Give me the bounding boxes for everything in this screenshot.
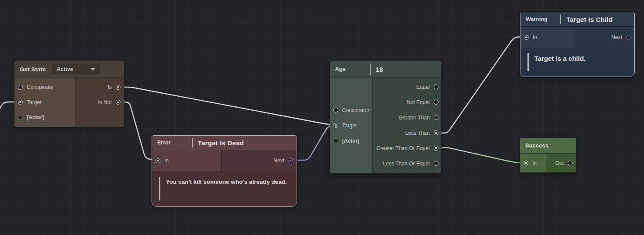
input-port-actor[interactable] <box>333 138 338 143</box>
output-port-is-not[interactable] <box>116 100 120 105</box>
port-label: Next <box>611 34 622 40</box>
port-label: Target <box>27 99 41 105</box>
in-port-cell: In <box>520 27 574 48</box>
message-text: Target is a child. <box>534 53 586 71</box>
node-error-header: Error Target Is Dead <box>152 136 297 150</box>
input-port-actor[interactable] <box>18 115 23 120</box>
in-port-cell: In <box>152 150 222 171</box>
node-error-target-is-dead[interactable]: Error Target Is Dead In Next You can't k… <box>152 135 297 207</box>
input-port-in[interactable] <box>524 161 528 165</box>
port-row: Conspirator <box>14 80 75 95</box>
wire-age-gte-to-success-in[interactable] <box>435 147 526 163</box>
node-graph-editor: Get State Active Conspirator Target [Act… <box>0 0 644 235</box>
output-port-less-than[interactable] <box>434 130 439 135</box>
port-dot <box>157 160 159 162</box>
port-dot <box>525 36 527 39</box>
port-dot <box>525 162 527 164</box>
port-row: [Actor] <box>14 110 75 125</box>
port-label: Out <box>556 160 564 166</box>
output-ports-column: Equal Not Equal Greater Than Less Than G… <box>373 77 441 173</box>
port-row: Less Than Or Equal <box>373 156 441 171</box>
header-divider <box>192 138 193 147</box>
port-label: [Actor] <box>27 114 44 120</box>
input-port-conspirator[interactable] <box>18 85 23 90</box>
node-success[interactable]: Success In Out <box>520 138 576 172</box>
port-label: Not Equal <box>407 99 430 105</box>
port-label: [Actor] <box>342 138 359 144</box>
node-title: Get State <box>20 66 46 73</box>
out-port-cell: Out <box>546 154 576 172</box>
input-port-in[interactable] <box>524 35 529 40</box>
output-port-not-equal[interactable] <box>434 100 439 105</box>
port-label: In <box>164 158 169 164</box>
node-warning-header: Warning Target Is Child <box>520 12 634 27</box>
state-dropdown-value: Active <box>57 66 73 72</box>
input-port-conspirator[interactable] <box>333 108 338 112</box>
port-row: Greater Than Or Equal <box>373 140 441 156</box>
node-get-state[interactable]: Get State Active Conspirator Target [Act… <box>14 61 124 127</box>
wire-getstate-is-to-age-target[interactable] <box>118 87 336 125</box>
message-text: You can't kill someone who's already dea… <box>166 177 287 200</box>
port-label: Greater Than Or Equal <box>376 145 430 151</box>
port-row: Is Not <box>76 95 124 110</box>
port-label: Conspirator <box>27 84 54 90</box>
port-row: Not Equal <box>373 95 441 110</box>
port-row: Target <box>330 118 372 133</box>
output-port-less-than-or-equal[interactable] <box>434 161 439 166</box>
state-dropdown[interactable]: Active <box>52 64 99 74</box>
port-dot <box>290 160 292 162</box>
port-dot <box>117 86 119 88</box>
output-port-greater-than[interactable] <box>434 115 439 120</box>
port-label: Less Than Or Equal <box>383 161 430 167</box>
input-port-target[interactable] <box>333 123 338 128</box>
node-age-comparison[interactable]: Age 18 Conspirator Target [Actor] <box>330 61 441 173</box>
node-warning-target-is-child[interactable]: Warning Target Is Child In Next Target i… <box>520 12 635 77</box>
output-port-greater-than-or-equal[interactable] <box>434 146 439 151</box>
port-label: Next <box>273 158 284 164</box>
port-dot <box>117 102 119 104</box>
node-title: Target Is Dead <box>198 139 244 147</box>
port-dot <box>435 147 437 149</box>
wire-age-lessthan-to-warning-in[interactable] <box>435 37 526 133</box>
chevron-down-icon <box>91 68 95 71</box>
node-age-header: Age 18 <box>330 61 441 77</box>
input-port-in[interactable] <box>156 158 160 163</box>
node-message-area: Target is a child. <box>520 48 634 77</box>
node-title: Age <box>335 66 370 72</box>
wire-error-next-to-age-target[interactable] <box>291 125 336 160</box>
next-port-cell: Next <box>574 27 634 48</box>
port-dot <box>435 132 437 134</box>
header-divider <box>560 14 561 24</box>
in-port-cell: In <box>520 154 546 172</box>
port-row: Less Than <box>373 125 441 140</box>
node-category-label: Error <box>157 140 192 146</box>
output-ports-column: Is Is Not <box>76 77 124 127</box>
output-port-equal[interactable] <box>434 84 439 89</box>
port-label: Less Than <box>405 130 430 136</box>
port-label: Conspirator <box>342 107 369 113</box>
output-port-next[interactable] <box>626 35 631 40</box>
port-row: Greater Than <box>373 110 441 125</box>
port-label: Target <box>342 123 357 129</box>
message-bar <box>527 53 529 71</box>
input-ports-column: Conspirator Target [Actor] <box>330 77 373 173</box>
node-get-state-header: Get State Active <box>14 61 124 77</box>
port-dot <box>19 101 21 103</box>
port-label: Is <box>108 84 112 90</box>
port-row: [Actor] <box>330 133 372 148</box>
output-port-out[interactable] <box>568 161 573 165</box>
output-port-is[interactable] <box>116 85 120 90</box>
node-success-header: Success <box>520 138 576 154</box>
output-port-next[interactable] <box>288 158 293 163</box>
port-label: Is Not <box>98 99 112 105</box>
port-row: Target <box>14 95 75 110</box>
port-label: Equal <box>416 84 430 90</box>
input-ports-column: Conspirator Target [Actor] <box>14 77 76 127</box>
node-title: Target Is Child <box>566 16 613 23</box>
header-divider <box>370 63 371 75</box>
port-row: Equal <box>373 79 441 95</box>
node-message-area: You can't kill someone who's already dea… <box>152 171 297 206</box>
port-row: Conspirator <box>330 102 372 118</box>
input-port-target[interactable] <box>18 100 23 105</box>
comparison-value: 18 <box>376 66 383 73</box>
